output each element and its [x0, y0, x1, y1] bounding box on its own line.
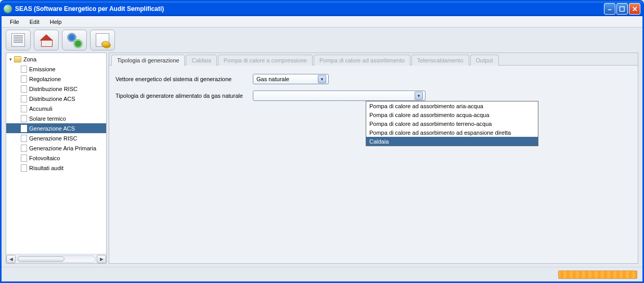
tree-item-generazione-acs[interactable]: Generazione ACS: [6, 123, 106, 133]
dropdown-tipologia-generatore: Pompa di calore ad assorbimento aria-acq…: [366, 101, 538, 146]
tree-item-label: Distribuzione RISC: [29, 86, 78, 92]
select-value: Gas naturale: [256, 76, 289, 82]
content-area: ▾ Zona Emissione Regolazione Distribuzio…: [2, 53, 642, 267]
tree-panel: ▾ Zona Emissione Regolazione Distribuzio…: [6, 53, 107, 264]
toolbar-costs[interactable]: [90, 30, 115, 50]
tree-item-emissione[interactable]: Emissione: [6, 64, 106, 74]
maximize-button[interactable]: ☐: [616, 3, 628, 15]
file-icon: [21, 125, 27, 132]
file-icon: [21, 105, 27, 112]
tab-output[interactable]: Output: [470, 55, 499, 66]
tab-pompa-compressione[interactable]: Pompa di calore a compressione: [218, 55, 313, 66]
tab-teleriscaldamento[interactable]: Teleriscaldamento: [411, 55, 469, 66]
tree-item-generazione-risc[interactable]: Generazione RISC: [6, 133, 106, 143]
row-tipologia-generatore: Tipologia di generatore alimentato da ga…: [115, 91, 632, 101]
home-icon: [40, 33, 53, 47]
close-button[interactable]: ✕: [629, 3, 640, 15]
tree-item-distribuzione-acs[interactable]: Distribuzione ACS: [6, 94, 106, 104]
file-icon: [21, 164, 27, 172]
dropdown-option[interactable]: Pompa di calore ad assorbimento acqua-ac…: [366, 110, 538, 119]
tree-item-label: Distribuzione ACS: [29, 96, 75, 102]
app-window: SEAS (Software Energetico per Audit Semp…: [0, 0, 644, 283]
gears-icon: [68, 33, 81, 47]
tree-item-distribuzione-risc[interactable]: Distribuzione RISC: [6, 84, 106, 94]
tree-item-label: Generazione ACS: [29, 125, 75, 132]
tree-horizontal-scrollbar[interactable]: ◀ ▶: [6, 254, 106, 263]
scroll-left-button[interactable]: ◀: [6, 255, 16, 263]
row-vettore-energetico: Vettore energetico del sistema di genera…: [115, 74, 632, 84]
document-icon: [11, 33, 25, 47]
select-vettore-energetico[interactable]: Gas naturale ▼: [253, 74, 329, 84]
tab-pompa-assorbimento[interactable]: Pompa di calore ad assorbimento: [314, 55, 410, 66]
scroll-thumb[interactable]: [18, 256, 65, 262]
file-icon: [21, 115, 27, 122]
scroll-right-button[interactable]: ▶: [97, 255, 106, 263]
file-icon: [21, 155, 27, 162]
scroll-track[interactable]: [17, 255, 96, 263]
toolbar-home[interactable]: [34, 30, 59, 50]
tree-item-label: Generazione Aria Primaria: [29, 145, 96, 151]
tree-item-generazione-aria-primaria[interactable]: Generazione Aria Primaria: [6, 143, 106, 153]
tree-item-solare-termico[interactable]: Solare termico: [6, 113, 106, 123]
nav-tree[interactable]: ▾ Zona Emissione Regolazione Distribuzio…: [6, 53, 106, 254]
progress-bar: [558, 271, 637, 279]
tree-item-label: Generazione RISC: [29, 135, 77, 142]
label-tipologia-generatore: Tipologia di generatore alimentato da ga…: [115, 93, 253, 99]
file-icon: [21, 135, 27, 142]
statusbar: [2, 267, 642, 281]
folder-icon: [14, 56, 21, 62]
dropdown-option[interactable]: Pompa di calore ad assorbimento ad espan…: [366, 128, 538, 137]
tree-root-label: Zona: [23, 56, 36, 62]
dropdown-option-highlighted[interactable]: Caldaia: [366, 137, 538, 146]
menu-help[interactable]: Help: [45, 18, 67, 26]
tree-item-label: Risultati audit: [29, 165, 63, 171]
app-icon: [4, 5, 12, 13]
toolbar-settings[interactable]: [62, 30, 87, 50]
tree-collapse-icon[interactable]: ▾: [8, 57, 13, 61]
tree-item-fotovoltaico[interactable]: Fotovoltaico: [6, 153, 106, 163]
file-icon: [21, 85, 27, 93]
titlebar: SEAS (Software Energetico per Audit Semp…: [2, 2, 642, 16]
menubar: File Edit Help: [2, 16, 642, 28]
minimize-button[interactable]: –: [604, 3, 615, 15]
tree-root-zona[interactable]: ▾ Zona: [6, 54, 106, 64]
file-icon: [21, 95, 27, 102]
dropdown-option[interactable]: Pompa di calore ad assorbimento aria-acq…: [366, 101, 538, 110]
toolbar: [2, 28, 642, 53]
file-icon: [21, 75, 27, 83]
window-title: SEAS (Software Energetico per Audit Semp…: [15, 5, 603, 12]
tree-item-accumuli[interactable]: Accumuli: [6, 104, 106, 113]
toolbar-new-document[interactable]: [6, 30, 31, 50]
menu-edit[interactable]: Edit: [24, 18, 45, 26]
chevron-down-icon: ▼: [415, 92, 423, 100]
tab-tipologia-generazione[interactable]: Tipologia di generazione: [111, 55, 185, 66]
tab-caldaia[interactable]: Caldaia: [186, 55, 216, 66]
menu-file[interactable]: File: [5, 18, 24, 26]
tree-item-label: Fotovoltaico: [29, 155, 60, 161]
tree-item-label: Emissione: [29, 66, 56, 72]
tree-item-risultati-audit[interactable]: Risultati audit: [6, 163, 106, 173]
tree-item-regolazione[interactable]: Regolazione: [6, 74, 106, 84]
tree-item-label: Solare termico: [29, 115, 66, 122]
tree-item-label: Regolazione: [29, 76, 61, 82]
file-icon: [21, 145, 27, 152]
dropdown-option[interactable]: Pompa di calore ad assorbimento terreno-…: [366, 119, 538, 128]
main-panel: Tipologia di generazione Caldaia Pompa d…: [109, 53, 638, 264]
label-vettore-energetico: Vettore energetico del sistema di genera…: [115, 76, 253, 82]
file-icon: [21, 66, 27, 73]
tree-item-label: Accumuli: [29, 106, 53, 112]
tab-content: Vettore energetico del sistema di genera…: [109, 66, 638, 263]
select-tipologia-generatore[interactable]: ▼: [253, 91, 426, 101]
tab-strip: Tipologia di generazione Caldaia Pompa d…: [109, 53, 638, 66]
document-coins-icon: [96, 33, 109, 47]
chevron-down-icon: ▼: [318, 75, 326, 83]
